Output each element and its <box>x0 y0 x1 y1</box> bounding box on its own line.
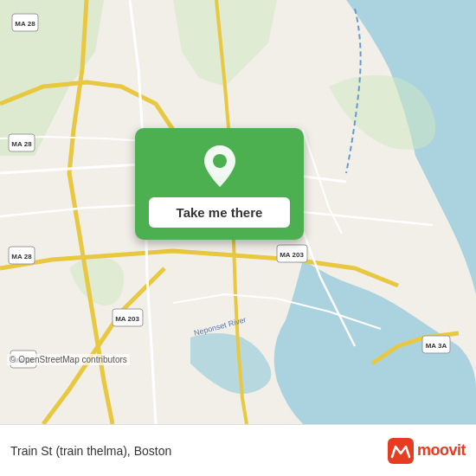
svg-text:MA 203: MA 203 <box>115 315 139 323</box>
svg-text:MA 28: MA 28 <box>11 253 32 261</box>
moovit-label: moovit <box>417 441 466 460</box>
svg-rect-18 <box>388 438 414 464</box>
info-bar: Train St (train thelma), Boston moovit <box>0 424 476 476</box>
svg-text:MA 203: MA 203 <box>280 251 304 259</box>
svg-text:MA 28: MA 28 <box>15 20 35 28</box>
map-container: MA 28 MA 28 MA 28 MA 28 MA 203 MA 203 MA… <box>0 0 476 424</box>
svg-point-17 <box>213 154 227 168</box>
copyright-text: © OpenStreetMap contributors <box>7 354 130 365</box>
location-name: Train St (train thelma), Boston <box>10 444 171 458</box>
location-pin-icon <box>201 144 239 189</box>
svg-text:MA 3A: MA 3A <box>426 342 447 350</box>
moovit-logo: moovit <box>388 438 466 464</box>
location-card: Take me there <box>135 128 304 240</box>
svg-text:MA 28: MA 28 <box>11 140 32 148</box>
moovit-brand-icon <box>388 438 414 464</box>
take-me-button[interactable]: Take me there <box>149 197 290 228</box>
pin-icon-wrap <box>197 144 242 189</box>
